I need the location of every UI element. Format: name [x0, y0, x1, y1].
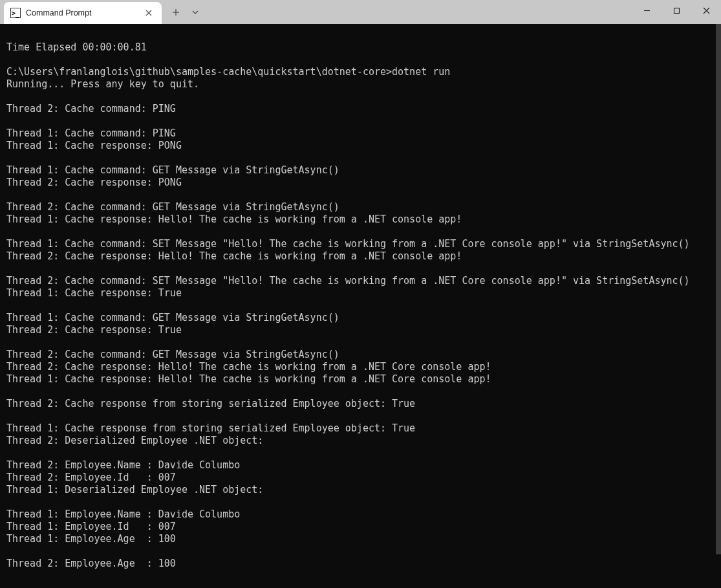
new-tab-button[interactable] [166, 2, 186, 23]
window-controls [632, 0, 721, 21]
terminal-line [6, 189, 715, 201]
close-icon [145, 10, 152, 16]
terminal-line: Thread 2: Cache response: Hello! The cac… [6, 361, 715, 373]
terminal-line: Thread 1: Cache command: SET Message "He… [6, 238, 715, 250]
terminal-line: Thread 2: Cache response: PONG [6, 177, 715, 189]
close-window-button[interactable] [691, 0, 721, 21]
terminal-line: Thread 1: Cache command: PING [6, 127, 715, 140]
terminal-line [6, 336, 715, 349]
terminal-line [6, 263, 715, 275]
terminal-line: Thread 2: Cache command: SET Message "He… [6, 275, 715, 287]
plus-icon [172, 8, 180, 16]
chevron-down-icon [192, 10, 199, 14]
terminal-line [6, 386, 715, 398]
scrollbar-thumb[interactable] [716, 24, 721, 554]
terminal-line: Thread 2: Deserialized Employee .NET obj… [6, 435, 715, 447]
minimize-button[interactable] [632, 0, 662, 21]
terminal-line [6, 545, 715, 558]
terminal-line: Thread 2: Employee.Name : Davide Columbo [6, 459, 715, 472]
terminal-line: Thread 1: Cache response: Hello! The cac… [6, 373, 715, 386]
terminal-line: Thread 1: Cache response: PONG [6, 140, 715, 152]
maximize-icon [673, 7, 680, 14]
maximize-button[interactable] [662, 0, 691, 21]
svg-rect-5 [674, 8, 679, 13]
terminal-line: Thread 2: Cache response: Hello! The cac… [6, 250, 715, 263]
terminal-line: Thread 2: Cache response from storing se… [6, 398, 715, 410]
terminal-line [6, 54, 715, 66]
close-icon [703, 7, 710, 14]
terminal-line: Thread 2: Cache command: PING [6, 103, 715, 115]
terminal-line: Running... Press any key to quit. [6, 78, 715, 91]
terminal-line [6, 410, 715, 422]
terminal-line: Thread 1: Employee.Name : Davide Columbo [6, 508, 715, 521]
titlebar: >_ Command Prompt [0, 0, 721, 24]
terminal-line [6, 447, 715, 459]
minimize-icon [643, 7, 651, 14]
terminal-line [6, 496, 715, 508]
terminal-line: Thread 2: Employee.Age : 100 [6, 558, 715, 570]
terminal-line: Thread 1: Employee.Id : 007 [6, 521, 715, 533]
terminal-line: Thread 1: Employee.Age : 100 [6, 533, 715, 545]
terminal-line: Thread 1: Deserialized Employee .NET obj… [6, 484, 715, 496]
terminal-line [6, 91, 715, 103]
terminal-line [6, 29, 715, 41]
terminal-line: Thread 1: Cache response: Hello! The cac… [6, 213, 715, 226]
terminal-line: C:\Users\franlanglois\github\samples-cac… [6, 66, 715, 78]
terminal-line [6, 570, 715, 582]
tab-title: Command Prompt [26, 8, 142, 17]
tab-command-prompt[interactable]: >_ Command Prompt [4, 2, 162, 24]
terminal-line [6, 152, 715, 164]
terminal-line: Time Elapsed 00:00:00.81 [6, 41, 715, 54]
terminal-line: Thread 2: Cache response: True [6, 324, 715, 336]
terminal-line: Thread 1: Cache command: GET Message via… [6, 312, 715, 324]
terminal-line [6, 299, 715, 312]
tab-dropdown-button[interactable] [186, 2, 204, 23]
scrollbar-track[interactable] [716, 24, 721, 588]
terminal-line [6, 226, 715, 238]
terminal-output[interactable]: Time Elapsed 00:00:00.81 C:\Users\franla… [0, 24, 721, 588]
terminal-line: Thread 1: Cache response from storing se… [6, 422, 715, 435]
terminal-line [6, 115, 715, 127]
tab-close-button[interactable] [142, 6, 155, 19]
terminal-line: Thread 2: Cache command: GET Message via… [6, 349, 715, 361]
terminal-line: Thread 1: Cache command: GET Message via… [6, 164, 715, 177]
terminal-line: Thread 1: Cache response: True [6, 287, 715, 299]
terminal-line: Thread 2: Employee.Id : 007 [6, 472, 715, 484]
cmd-icon: >_ [10, 8, 21, 18]
terminal-line: Thread 2: Cache command: GET Message via… [6, 201, 715, 213]
